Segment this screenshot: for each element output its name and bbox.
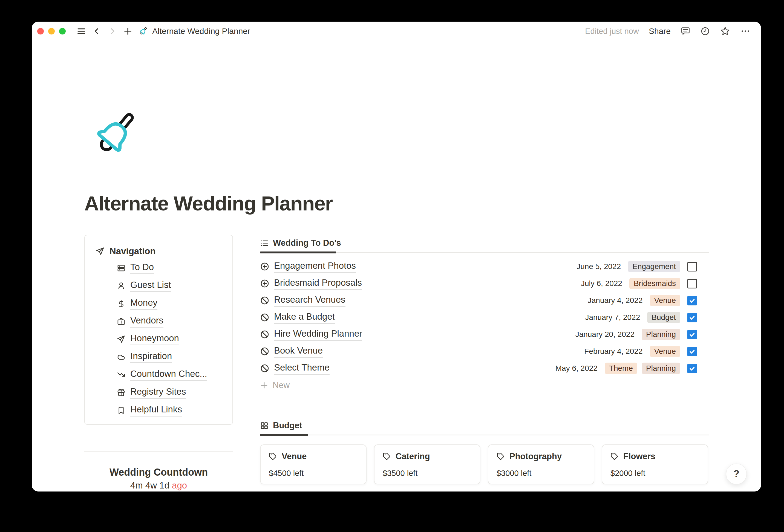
todo-title-link[interactable]: Book Venue bbox=[274, 345, 323, 358]
due-date[interactable]: February 4, 2022 bbox=[584, 347, 642, 356]
tag-pill[interactable]: Venue bbox=[650, 346, 680, 357]
budget-card-amount: $3500 left bbox=[383, 469, 472, 478]
wedding-countdown-block: Wedding Countdown 4m 4w 1d ago bbox=[84, 466, 233, 491]
new-label: New bbox=[273, 381, 290, 390]
hand-bell-icon[interactable] bbox=[91, 101, 138, 167]
sidebar-menu-icon[interactable] bbox=[77, 27, 86, 36]
due-date[interactable]: July 6, 2022 bbox=[581, 279, 622, 288]
due-date[interactable]: May 6, 2022 bbox=[555, 364, 597, 373]
tab-budget[interactable]: Budget bbox=[260, 417, 302, 434]
done-checkbox[interactable] bbox=[688, 313, 697, 323]
nav-item-registry-sites[interactable]: Registry Sites bbox=[117, 384, 232, 401]
plus-icon bbox=[260, 381, 268, 389]
todo-title-link[interactable]: Make a Budget bbox=[274, 311, 335, 324]
navigation-header: Navigation bbox=[85, 235, 232, 257]
done-checkbox[interactable] bbox=[688, 364, 697, 373]
tag-pill[interactable]: Engagement bbox=[628, 261, 680, 272]
share-button[interactable]: Share bbox=[649, 27, 671, 36]
tag-pill[interactable]: Planning bbox=[642, 329, 680, 340]
page-title[interactable]: Alternate Wedding Planner bbox=[84, 192, 333, 215]
tag-icon bbox=[383, 452, 391, 460]
due-date[interactable]: January 20, 2022 bbox=[576, 330, 635, 339]
nav-item-guest-list[interactable]: Guest List bbox=[117, 277, 232, 295]
nav-item-vendors[interactable]: Vendors bbox=[117, 312, 232, 330]
circle-slash-icon[interactable] bbox=[260, 296, 269, 305]
nav-item-label: Inspiration bbox=[130, 351, 172, 363]
minimize-window-button[interactable] bbox=[48, 28, 55, 34]
edited-status: Edited just now bbox=[585, 27, 639, 36]
todo-title-link[interactable]: Bridesmaid Proposals bbox=[274, 278, 362, 290]
nav-item-label: To Do bbox=[130, 262, 154, 274]
paper-plane-icon bbox=[96, 247, 105, 256]
tag-icon bbox=[497, 452, 505, 460]
new-todo-button[interactable]: New bbox=[260, 377, 709, 394]
tag-pill[interactable]: Budget bbox=[647, 312, 680, 323]
budget-card-flowers[interactable]: Flowers $2000 left bbox=[602, 444, 708, 484]
back-icon[interactable] bbox=[92, 27, 101, 35]
budget-card-amount: $4500 left bbox=[269, 469, 358, 478]
page-bell-icon bbox=[139, 27, 147, 35]
new-page-icon[interactable] bbox=[123, 27, 133, 36]
todo-tab-header: Wedding To Do's bbox=[260, 235, 709, 253]
tag-pill[interactable]: Venue bbox=[650, 295, 680, 306]
circle-slash-icon[interactable] bbox=[260, 364, 269, 373]
nav-item-label: Guest List bbox=[130, 280, 171, 292]
zoom-window-button[interactable] bbox=[59, 28, 66, 34]
nav-item-honeymoon[interactable]: Honeymoon bbox=[117, 330, 232, 348]
circle-plus-icon[interactable] bbox=[260, 279, 269, 288]
todo-title-link[interactable]: Select Theme bbox=[274, 362, 330, 375]
nav-item-money[interactable]: Money bbox=[117, 295, 232, 312]
budget-card-gallery: Venue $4500 left Catering $3500 left bbox=[260, 444, 709, 484]
nav-item-label: Vendors bbox=[130, 315, 163, 328]
breadcrumb-page-title[interactable]: Alternate Wedding Planner bbox=[152, 27, 250, 36]
trending-down-icon bbox=[117, 370, 125, 379]
todo-title-link[interactable]: Engagement Photos bbox=[274, 260, 356, 273]
forward-icon[interactable] bbox=[108, 27, 117, 35]
due-date[interactable]: June 5, 2022 bbox=[577, 262, 621, 271]
budget-card-amount: $3000 left bbox=[497, 469, 586, 478]
nav-item-label: Countdown Chec... bbox=[130, 369, 207, 381]
titlebar: Alternate Wedding Planner Edited just no… bbox=[32, 22, 761, 41]
budget-card-title: Photography bbox=[509, 452, 562, 461]
database-icon bbox=[117, 264, 125, 272]
app-window: Alternate Wedding Planner Edited just no… bbox=[32, 22, 761, 492]
list-view-icon bbox=[260, 239, 269, 247]
budget-card-photography[interactable]: Photography $3000 left bbox=[488, 444, 594, 484]
todo-title-link[interactable]: Research Venues bbox=[274, 295, 345, 307]
countdown-elapsed: 4m 4w 1d bbox=[130, 480, 169, 491]
divider bbox=[84, 451, 233, 452]
history-clock-icon[interactable] bbox=[700, 26, 710, 36]
done-checkbox[interactable] bbox=[688, 330, 697, 339]
tag-pill[interactable]: Planning bbox=[642, 363, 680, 374]
more-options-icon[interactable] bbox=[740, 26, 751, 36]
favorite-star-icon[interactable] bbox=[720, 26, 730, 36]
circle-slash-icon[interactable] bbox=[260, 330, 269, 339]
budget-card-venue[interactable]: Venue $4500 left bbox=[260, 444, 367, 484]
due-date[interactable]: January 4, 2022 bbox=[588, 296, 643, 305]
done-checkbox[interactable] bbox=[688, 296, 697, 305]
close-window-button[interactable] bbox=[37, 28, 44, 34]
circle-plus-icon[interactable] bbox=[260, 262, 269, 271]
due-date[interactable]: January 7, 2022 bbox=[585, 313, 640, 322]
tag-pill[interactable]: Theme bbox=[605, 363, 637, 374]
budget-card-catering[interactable]: Catering $3500 left bbox=[374, 444, 480, 484]
done-checkbox[interactable] bbox=[688, 347, 697, 356]
gift-icon bbox=[117, 388, 125, 397]
nav-item-label: Money bbox=[130, 298, 158, 310]
nav-item-inspiration[interactable]: Inspiration bbox=[117, 348, 232, 366]
help-button[interactable]: ? bbox=[726, 464, 747, 484]
done-checkbox[interactable] bbox=[688, 279, 697, 288]
cloud-icon bbox=[117, 353, 125, 361]
navigation-card: Navigation To Do Guest List Money bbox=[84, 235, 233, 425]
comments-icon[interactable] bbox=[680, 26, 690, 36]
tag-pill[interactable]: Bridesmaids bbox=[629, 278, 680, 289]
circle-slash-icon[interactable] bbox=[260, 347, 269, 356]
nav-item-helpful-links[interactable]: Helpful Links bbox=[117, 401, 232, 419]
nav-item-countdown-checklist[interactable]: Countdown Chec... bbox=[117, 366, 232, 384]
done-checkbox[interactable] bbox=[688, 262, 697, 272]
nav-item-to-do[interactable]: To Do bbox=[117, 259, 232, 277]
tab-wedding-to-dos[interactable]: Wedding To Do's bbox=[260, 235, 341, 251]
circle-slash-icon[interactable] bbox=[260, 313, 269, 322]
todo-title-link[interactable]: Hire Wedding Planner bbox=[274, 328, 362, 341]
dollar-icon bbox=[117, 299, 125, 308]
